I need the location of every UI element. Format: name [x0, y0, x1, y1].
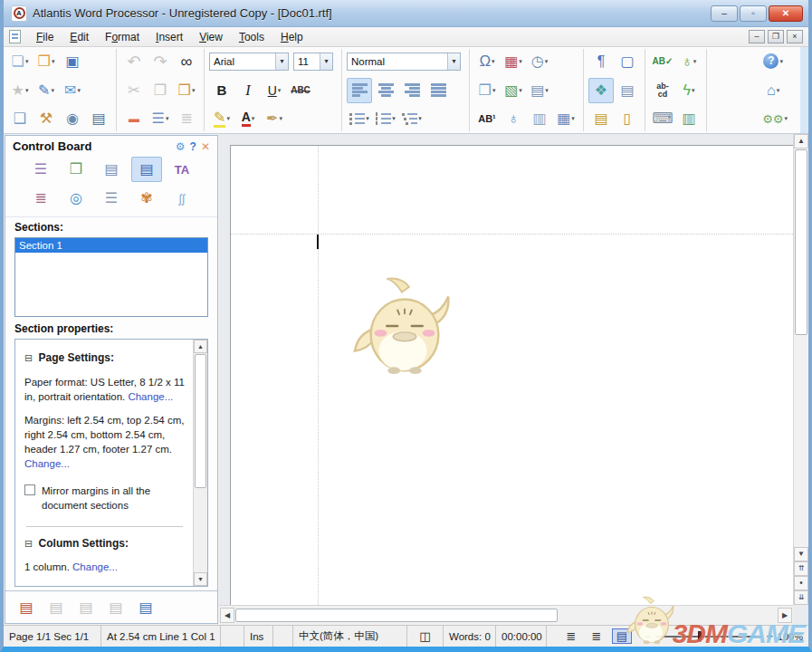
bullets-button[interactable]: ▾: [347, 106, 372, 131]
scroll-left-icon[interactable]: ◀: [220, 608, 234, 623]
previous-page-icon[interactable]: ⇈: [794, 561, 808, 576]
clipboard-panel-button[interactable]: ❒: [61, 157, 91, 182]
columns-text-change-link[interactable]: Change...: [72, 561, 118, 572]
homepage-button[interactable]: ⌂▾: [760, 78, 786, 103]
doc-close-button[interactable]: ×: [787, 30, 803, 43]
new-section-button[interactable]: ▤: [14, 596, 38, 619]
scroll-down-icon[interactable]: ▼: [194, 572, 207, 586]
styles-panel-button[interactable]: ✾: [131, 186, 162, 211]
align-left-button[interactable]: [347, 78, 372, 103]
underline-button[interactable]: U▾: [262, 78, 287, 103]
insert-autotext-button[interactable]: ▤▾: [527, 78, 552, 103]
status-insert-mode[interactable]: Ins: [244, 626, 273, 647]
hyphenation-button[interactable]: ab- cd: [650, 78, 675, 103]
find-panel-button[interactable]: ◎: [61, 186, 91, 211]
navigation-button[interactable]: ❖: [588, 78, 614, 103]
options-button[interactable]: ⚙⚙▾: [760, 106, 789, 131]
control-board-help-icon[interactable]: ?: [190, 141, 196, 152]
insert-hyperlink-button[interactable]: ♁: [501, 106, 526, 131]
numbering-button[interactable]: ▾: [373, 106, 398, 131]
doc-minimize-button[interactable]: –: [749, 30, 765, 43]
section-list-button[interactable]: ▤: [134, 596, 158, 619]
align-right-button[interactable]: [399, 78, 425, 103]
checkbox-icon[interactable]: [24, 484, 35, 495]
online-view-toggle[interactable]: ≣: [587, 628, 607, 644]
draft-view-toggle[interactable]: ≣: [561, 628, 581, 644]
collapse-icon[interactable]: ⊟: [24, 352, 33, 363]
menu-file[interactable]: File: [28, 29, 62, 45]
paragraph-format-button-dropdown-icon[interactable]: ▾: [166, 115, 169, 122]
save-button[interactable]: ▣: [60, 49, 85, 74]
vertical-scrollbar-thumb[interactable]: [795, 149, 807, 335]
section-list-item[interactable]: Section 1: [15, 238, 207, 253]
document-properties-button[interactable]: ⚒: [33, 106, 59, 131]
vertical-scrollbar[interactable]: ▲ ▼ ⇈ • ⇊: [793, 134, 808, 605]
align-justify-button[interactable]: [425, 78, 451, 103]
control-board-close-icon[interactable]: ✕: [201, 141, 210, 152]
menu-help[interactable]: Help: [272, 29, 311, 45]
notes-panel-button[interactable]: ☰: [25, 157, 56, 182]
menu-view[interactable]: View: [191, 29, 231, 45]
properties-scrollbar[interactable]: ▲ ▼: [193, 340, 207, 586]
open-button[interactable]: ❒▾: [33, 49, 59, 74]
email-button[interactable]: ✉▾: [60, 78, 85, 103]
highlight-button-dropdown-icon[interactable]: ▾: [226, 115, 230, 122]
insert-table-button-dropdown-icon[interactable]: ▾: [571, 115, 575, 122]
font-color-button-dropdown-icon[interactable]: ▾: [252, 115, 255, 122]
font-color-button[interactable]: A▾: [235, 106, 261, 131]
sections-panel-button[interactable]: ▤: [131, 157, 162, 182]
save-as-button-dropdown-icon[interactable]: ▾: [51, 87, 54, 94]
format-painter-button-dropdown-icon[interactable]: ▾: [279, 115, 282, 122]
browse-object-icon[interactable]: •: [794, 576, 808, 590]
insert-file-button-dropdown-icon[interactable]: ▾: [492, 87, 496, 94]
paste-button[interactable]: ❒▾: [174, 78, 199, 103]
spellcheck-button[interactable]: AB✓: [650, 49, 675, 74]
insert-autotext-button-dropdown-icon[interactable]: ▾: [545, 87, 549, 94]
insert-footnote-button[interactable]: AB¹: [474, 106, 500, 131]
mail-merge-button[interactable]: ▥: [676, 106, 702, 131]
insert-time-button[interactable]: ◷▾: [527, 49, 552, 74]
header-footer-button[interactable]: ▤: [588, 106, 614, 131]
help-button-dropdown-icon[interactable]: ▾: [779, 58, 783, 65]
print-preview-button[interactable]: ◉: [60, 106, 85, 131]
align-center-button[interactable]: [373, 78, 398, 103]
full-screen-button[interactable]: ▢: [615, 49, 640, 74]
style-combo-arrow-icon[interactable]: ▾: [447, 53, 460, 70]
insert-image-button[interactable]: ▧▾: [501, 78, 526, 103]
multilevel-list-button-dropdown-icon[interactable]: ▾: [418, 115, 422, 122]
bullets-button-dropdown-icon[interactable]: ▾: [366, 115, 369, 122]
document-page[interactable]: [230, 145, 793, 605]
insert-date-button[interactable]: ▦▾: [501, 49, 526, 74]
collapse-icon[interactable]: ⊟: [24, 538, 33, 549]
scrollbar-thumb[interactable]: [195, 354, 206, 488]
fonts-panel-button[interactable]: TA: [167, 157, 197, 182]
print-button[interactable]: ▤: [86, 106, 111, 131]
insert-image-button-dropdown-icon[interactable]: ▾: [519, 87, 522, 94]
find-button[interactable]: ∞: [174, 49, 199, 74]
fields-panel-button[interactable]: ▤: [96, 157, 127, 182]
multilevel-list-button[interactable]: ▾: [399, 106, 425, 131]
horizontal-scrollbar-thumb[interactable]: [235, 609, 558, 622]
web-lookup-button[interactable]: ♁▾: [676, 49, 702, 74]
numbering-panel-button[interactable]: ≣: [25, 186, 56, 211]
menu-edit[interactable]: Edit: [62, 29, 97, 45]
scroll-down-icon[interactable]: ▼: [794, 547, 808, 561]
new-document-button[interactable]: ❏▾: [7, 49, 33, 74]
save-as-button[interactable]: ✎▾: [33, 78, 59, 103]
document-area[interactable]: ▲ ▼ ⇈ • ⇊ ◀ ▶: [219, 134, 808, 625]
insert-table-button[interactable]: ▦▾: [553, 106, 578, 131]
close-button[interactable]: ✕: [769, 5, 803, 22]
minimize-button[interactable]: –: [711, 5, 738, 22]
help-button[interactable]: ?▾: [760, 49, 786, 74]
underline-button-dropdown-icon[interactable]: ▾: [278, 87, 282, 94]
menu-format[interactable]: Format: [97, 29, 148, 45]
open-button-dropdown-icon[interactable]: ▾: [52, 58, 55, 65]
email-button-dropdown-icon[interactable]: ▾: [77, 87, 81, 94]
paste-button-dropdown-icon[interactable]: ▾: [192, 87, 196, 94]
control-board-settings-icon[interactable]: ⚙: [176, 141, 186, 152]
doc-restore-button[interactable]: ❐: [768, 30, 784, 43]
sections-list[interactable]: Section 1: [14, 237, 208, 317]
mirror-margins-checkbox[interactable]: Mirror margins in all the document secti…: [24, 484, 186, 513]
insert-symbol-button[interactable]: Ω▾: [474, 49, 500, 74]
status-language[interactable]: 中文(简体，中国): [293, 626, 407, 647]
